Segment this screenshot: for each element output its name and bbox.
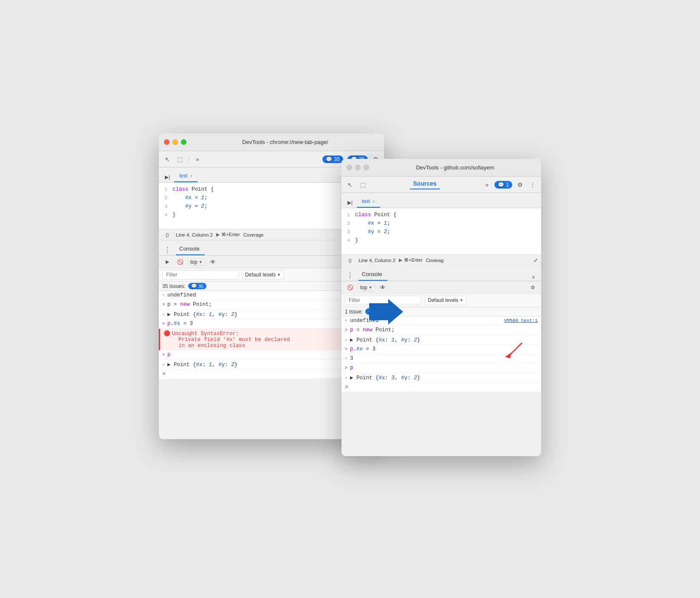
right-title-bar: DevTools - github.com/sofiayem bbox=[342, 159, 541, 177]
left-arrow-1: < bbox=[162, 293, 165, 298]
right-msg-4: > p.#x = 3 bbox=[342, 345, 541, 354]
more-tools-icon[interactable]: » bbox=[192, 154, 203, 164]
right-expand-icon[interactable]: ⤢ bbox=[533, 257, 538, 263]
left-console-menu-icon[interactable]: ⋮ bbox=[162, 245, 172, 255]
right-line-col-status[interactable]: Line 4, Column 2 bbox=[358, 258, 395, 263]
sidebar-toggle[interactable]: ▶| bbox=[162, 172, 172, 182]
right-arrow-5: < bbox=[345, 356, 347, 361]
left-tab-test-label: test bbox=[179, 173, 187, 179]
left-eye-icon[interactable]: 👁 bbox=[208, 257, 218, 267]
right-coverage-status[interactable]: Coverag bbox=[426, 258, 444, 263]
left-tab-close-icon[interactable]: × bbox=[190, 174, 192, 178]
close-button[interactable] bbox=[164, 139, 169, 145]
right-console-panel: ⋮ Console × 🚫 top ▼ 👁 ⚙ Default lev bbox=[342, 266, 541, 392]
right-tab-test[interactable]: test × bbox=[357, 196, 380, 208]
right-console-tab-label: Console bbox=[362, 271, 382, 277]
right-code-line-1: 1 class Point { bbox=[342, 211, 541, 219]
left-issues-label: 35 Issues: bbox=[162, 283, 186, 289]
right-levels-chevron: ▼ bbox=[460, 298, 463, 302]
right-tab-bar: ▶| test × bbox=[342, 193, 541, 208]
inspect-icon[interactable]: ⬚ bbox=[175, 154, 185, 164]
right-settings-console-icon[interactable]: ⚙ bbox=[528, 282, 538, 293]
right-console-tab[interactable]: Console bbox=[358, 268, 387, 281]
run-status[interactable]: ▶ ⌘+Enter bbox=[216, 232, 240, 237]
right-window-title: DevTools - github.com/sofiayem bbox=[374, 164, 536, 171]
right-console-toolbar: 🚫 top ▼ 👁 ⚙ bbox=[342, 281, 541, 294]
right-window-controls[interactable] bbox=[347, 165, 369, 170]
right-close-button[interactable] bbox=[347, 165, 352, 170]
right-sidebar-toggle[interactable]: ▶| bbox=[345, 197, 355, 208]
issues-badge[interactable]: 💬 35 bbox=[322, 155, 343, 163]
right-maximize-button[interactable] bbox=[364, 165, 369, 170]
right-minimize-button[interactable] bbox=[355, 165, 361, 170]
left-console-tab[interactable]: Console bbox=[176, 243, 205, 255]
braces-icon[interactable]: {} bbox=[162, 230, 172, 240]
right-default-levels-dropdown[interactable]: Default levels ▼ bbox=[425, 296, 466, 305]
left-default-levels-dropdown[interactable]: Default levels ▼ bbox=[242, 270, 284, 279]
left-tab-test[interactable]: test × bbox=[174, 170, 198, 182]
left-arrow-3: < bbox=[162, 313, 165, 317]
right-main-toolbar: ↖ ⬚ Sources » 💬 1 ⚙ ⋮ bbox=[342, 177, 541, 193]
right-console-output: < undefined VM580 test:1 > p = new Point… bbox=[342, 316, 541, 392]
coverage-status[interactable]: Coverage bbox=[243, 232, 264, 237]
right-braces-icon[interactable]: {} bbox=[345, 255, 355, 265]
toolbar-divider-1 bbox=[189, 155, 189, 164]
window-controls[interactable] bbox=[164, 139, 186, 145]
blue-arrow-indicator bbox=[369, 299, 403, 324]
right-eye-icon[interactable]: 👁 bbox=[378, 282, 388, 293]
maximize-button[interactable] bbox=[181, 139, 186, 145]
left-top-dropdown[interactable]: top ▼ bbox=[188, 258, 205, 266]
svg-marker-0 bbox=[369, 299, 403, 324]
right-arrow-6: > bbox=[345, 366, 347, 370]
right-msg-7: < ▶ Point {#x: 3, #y: 2} bbox=[342, 373, 541, 383]
right-prompt[interactable]: > bbox=[342, 383, 541, 392]
right-messages-badge[interactable]: 💬 1 bbox=[494, 181, 512, 189]
right-top-dropdown[interactable]: top ▼ bbox=[358, 284, 375, 291]
right-tab-close-icon[interactable]: × bbox=[373, 199, 375, 204]
right-msg-2: > p = new Point; bbox=[342, 326, 541, 335]
issues-badge-count: 35 bbox=[334, 156, 339, 162]
left-filter-input[interactable] bbox=[162, 270, 239, 279]
right-messages-badge-count: 1 bbox=[506, 182, 509, 188]
right-msg-6: > p bbox=[342, 364, 541, 373]
right-run-status[interactable]: ▶ ⌘+Enter bbox=[399, 257, 423, 263]
left-no-entry-icon[interactable]: 🚫 bbox=[175, 257, 185, 267]
left-top-label: top bbox=[190, 259, 198, 265]
left-top-chevron: ▼ bbox=[199, 260, 203, 264]
right-code-line-3: 3 #y = 2; bbox=[342, 228, 541, 236]
left-arrow-5: > bbox=[162, 353, 165, 357]
left-issues-count-badge: 💬 35 bbox=[188, 283, 206, 289]
minimize-button[interactable] bbox=[172, 139, 178, 145]
right-status-bar: {} Line 4, Column 2 ▶ ⌘+Enter Coverag ⤢ bbox=[342, 255, 541, 266]
right-code-editor[interactable]: 1 class Point { 2 #x = 1; 3 #y = 2; 4 } bbox=[342, 208, 541, 255]
right-arrow-2: > bbox=[345, 328, 347, 333]
right-messages-badge-icon: 💬 bbox=[498, 182, 504, 188]
left-console-tab-label: Console bbox=[179, 245, 200, 252]
left-window-title: DevTools - chrome://new-tab-page/ bbox=[192, 139, 379, 145]
right-msg-5: < 3 bbox=[342, 354, 541, 364]
right-console-close-icon[interactable]: × bbox=[529, 274, 538, 281]
left-console-play-icon[interactable]: ▶ bbox=[162, 257, 172, 267]
left-arrow-2: > bbox=[162, 302, 165, 307]
cursor-icon[interactable]: ↖ bbox=[162, 154, 172, 164]
issues-badge-icon: 💬 bbox=[326, 156, 332, 162]
left-arrow-6: < bbox=[162, 363, 165, 367]
right-link-1[interactable]: VM580 test:1 bbox=[504, 318, 538, 323]
left-issues-count: 35 bbox=[198, 284, 203, 289]
left-title-bar: DevTools - chrome://new-tab-page/ bbox=[159, 133, 384, 151]
right-arrow-3: < bbox=[345, 338, 347, 343]
line-col-status[interactable]: Line 4, Column 2 bbox=[176, 232, 213, 237]
right-code-line-2: 2 #x = 1; bbox=[342, 219, 541, 228]
right-no-entry-icon[interactable]: 🚫 bbox=[345, 282, 355, 293]
sources-tab-main[interactable]: Sources bbox=[410, 180, 440, 189]
right-more-tools[interactable]: » bbox=[482, 180, 492, 190]
right-more-icon[interactable]: ⋮ bbox=[528, 180, 538, 190]
left-error-icon: 🔴 bbox=[164, 330, 170, 337]
right-issues-label: 1 Issue: bbox=[345, 309, 363, 315]
right-cursor-icon[interactable]: ↖ bbox=[345, 180, 355, 190]
right-top-chevron: ▼ bbox=[369, 285, 373, 290]
right-settings-icon[interactable]: ⚙ bbox=[515, 180, 525, 190]
right-console-menu-icon[interactable]: ⋮ bbox=[345, 271, 355, 281]
right-code-line-4: 4 } bbox=[342, 236, 541, 245]
right-inspect-icon[interactable]: ⬚ bbox=[358, 180, 368, 190]
